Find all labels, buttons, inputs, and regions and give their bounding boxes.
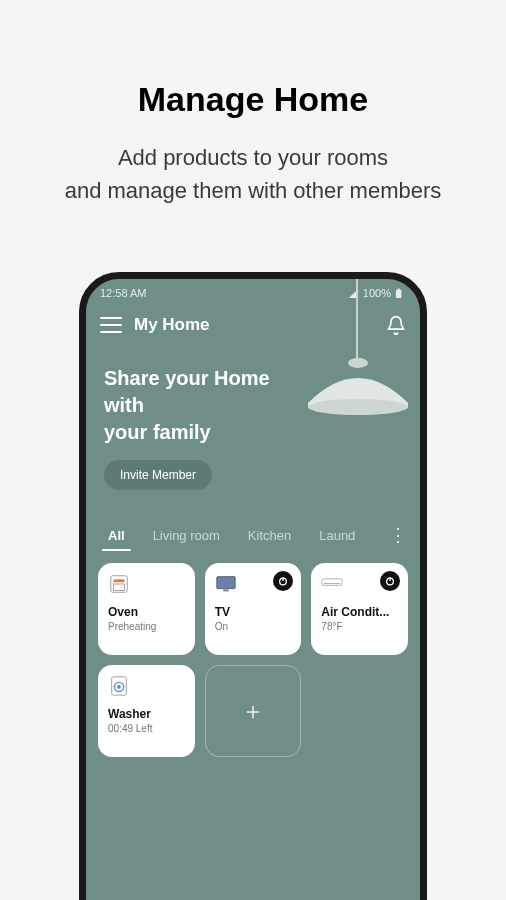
svg-rect-14	[322, 579, 342, 585]
menu-icon[interactable]	[100, 317, 122, 333]
status-battery-text: 100%	[363, 287, 391, 299]
room-tabs: All Living room Kitchen Laund ⋮	[86, 500, 420, 553]
tab-kitchen[interactable]: Kitchen	[236, 522, 303, 553]
svg-rect-1	[397, 288, 400, 289]
tab-laundry[interactable]: Laund	[307, 522, 367, 553]
device-name: TV	[215, 605, 292, 619]
hero-section: Share your Home with your family Invite …	[86, 343, 420, 500]
promo-sub-line1: Add products to your rooms	[118, 145, 388, 170]
device-card-washer[interactable]: Washer 00:49 Left	[98, 665, 195, 757]
device-status: Preheating	[108, 621, 185, 632]
svg-rect-0	[396, 289, 401, 297]
hero-line1: Share your Home with	[104, 367, 270, 416]
promo-title: Manage Home	[0, 80, 506, 119]
device-status: 00:49 Left	[108, 723, 185, 734]
device-status: 78°F	[321, 621, 398, 632]
device-name: Washer	[108, 707, 185, 721]
svg-point-4	[348, 358, 368, 368]
tabs-more-icon[interactable]: ⋮	[386, 524, 410, 552]
signal-icon	[348, 288, 359, 299]
battery-icon	[395, 288, 406, 299]
tab-all[interactable]: All	[96, 522, 137, 553]
oven-icon	[108, 573, 130, 595]
add-device-button[interactable]: ＋	[205, 665, 302, 757]
svg-rect-11	[223, 590, 229, 592]
phone-frame: 12:58 AM 100% My Home	[79, 272, 427, 900]
ac-icon	[321, 573, 343, 595]
device-status: On	[215, 621, 292, 632]
status-right: 100%	[348, 287, 406, 299]
device-card-oven[interactable]: Oven Preheating	[98, 563, 195, 655]
plus-icon: ＋	[241, 695, 265, 727]
svg-rect-6	[114, 579, 125, 582]
power-button[interactable]	[380, 571, 400, 591]
notifications-icon[interactable]	[386, 315, 406, 335]
device-grid: Oven Preheating TV On	[86, 553, 420, 767]
tv-icon	[215, 573, 237, 595]
promo-sub-line2: and manage them with other members	[65, 178, 442, 203]
washer-icon	[108, 675, 130, 697]
power-button[interactable]	[273, 571, 293, 591]
home-title[interactable]: My Home	[134, 315, 374, 335]
svg-rect-10	[216, 577, 234, 589]
device-name: Air Condit...	[321, 605, 398, 619]
device-card-tv[interactable]: TV On	[205, 563, 302, 655]
invite-member-button[interactable]: Invite Member	[104, 460, 212, 490]
device-name: Oven	[108, 605, 185, 619]
hero-line2: your family	[104, 421, 211, 443]
svg-point-18	[117, 685, 121, 689]
tab-living-room[interactable]: Living room	[141, 522, 232, 553]
status-time: 12:58 AM	[100, 287, 146, 299]
device-card-ac[interactable]: Air Condit... 78°F	[311, 563, 408, 655]
svg-point-3	[308, 399, 408, 415]
status-bar: 12:58 AM 100%	[86, 279, 420, 301]
hero-title: Share your Home with your family	[104, 365, 314, 446]
app-header: My Home	[86, 301, 420, 343]
phone-screen: 12:58 AM 100% My Home	[86, 279, 420, 900]
promo-subtitle: Add products to your rooms and manage th…	[0, 141, 506, 207]
